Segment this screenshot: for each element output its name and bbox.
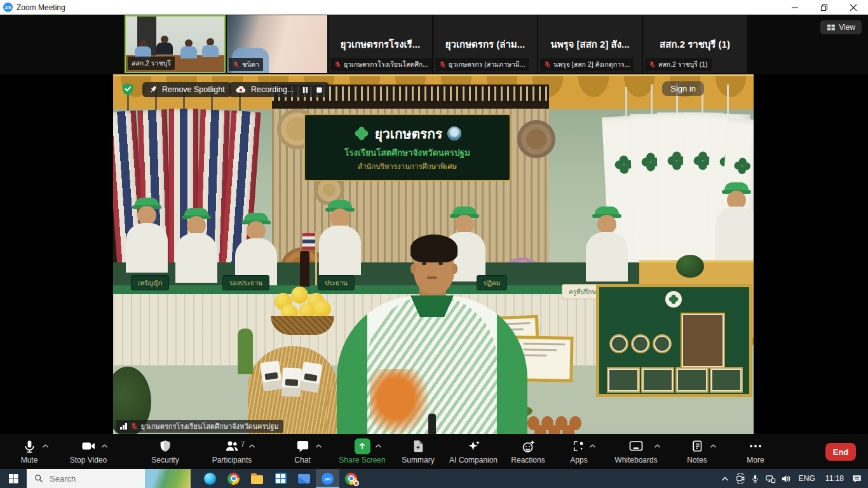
zoom-taskbar-icon[interactable]: zm (316, 469, 339, 488)
apps-options-caret[interactable] (589, 444, 596, 449)
mute-options-caret[interactable] (42, 444, 49, 449)
participant-name-badge: ยุวเกษตรกร (ล่ามภาษามี... (435, 58, 529, 71)
signal-bars-icon (120, 423, 127, 430)
window-titlebar: zm Zoom Meeting (0, 0, 868, 15)
zoom-app-icon: zm (3, 3, 13, 12)
more-button[interactable]: More (717, 438, 794, 464)
camera-in-use-icon[interactable] (733, 469, 748, 488)
microphone (428, 414, 436, 434)
muted-mic-icon (233, 61, 240, 68)
end-meeting-button[interactable]: End (825, 443, 856, 461)
muted-mic-icon (130, 423, 138, 430)
sign-in-button[interactable]: Sign in (662, 81, 704, 96)
pin-icon (149, 85, 158, 94)
remove-spotlight-button[interactable]: Remove Spotlight (142, 82, 231, 97)
muted-mic-icon (544, 61, 551, 68)
participant-name-badge: สสก.2 ราชบุรี (1) (645, 58, 712, 71)
name-plate: ประธาน (318, 275, 355, 290)
shield-icon (158, 439, 172, 453)
search-icon (34, 474, 43, 483)
store-icon[interactable] (269, 469, 292, 488)
participant-name-badge: สสก.2 ราชบุรี (128, 57, 175, 70)
school-banner: ยุวเกษตรกร โรงเรียนโสตศึกษาจังหวัดนครปฐม… (304, 114, 511, 181)
minimize-button[interactable] (780, 0, 810, 15)
participant-tile-5[interactable]: นพรุจ [สสก 2] สัง... นพรุจ [สสก 2] สังเก… (538, 15, 642, 73)
close-button[interactable] (839, 0, 868, 15)
view-button[interactable]: View (820, 20, 862, 34)
windows-logo-icon (9, 474, 18, 484)
ministry-logo (447, 126, 461, 140)
bottle (300, 251, 309, 287)
system-tray: ENG 11:18 (717, 469, 868, 488)
ai-sparkle-icon (466, 439, 481, 454)
edge-icon[interactable] (198, 469, 222, 488)
notes-icon (690, 439, 704, 453)
participant-name-badge: นพรุจ [สสก 2] สังเกตุการ... (540, 58, 634, 71)
participants-icon (224, 438, 240, 454)
4h-clover-icon (353, 125, 370, 142)
mic-tray-icon[interactable] (748, 469, 763, 488)
participants-options-caret[interactable] (248, 444, 255, 449)
name-plate: ปฏิคม (477, 275, 507, 290)
video-camera-icon (81, 438, 96, 454)
stop-video-button[interactable]: Stop Video (50, 438, 126, 464)
search-input[interactable] (48, 473, 133, 484)
notes-options-caret[interactable] (710, 444, 717, 449)
grid-view-icon (827, 23, 836, 32)
name-plate: เหรัญญิก (131, 275, 169, 290)
network-icon[interactable] (763, 469, 778, 488)
participant-tile-4[interactable]: ยุวเกษตรกร (ล่าม... ยุวเกษตรกร (ล่ามภาษา… (433, 15, 537, 73)
file-explorer-icon[interactable] (245, 469, 269, 488)
stop-recording-icon[interactable] (316, 86, 323, 93)
participant-tile-2[interactable]: ชนิตา (227, 15, 327, 73)
chrome-profile-icon[interactable] (339, 469, 363, 488)
summary-document-icon (411, 439, 425, 453)
volume-icon[interactable] (778, 469, 794, 488)
clock[interactable]: 11:18 (820, 474, 849, 483)
recording-cloud-icon (235, 84, 247, 95)
exhibit-board (596, 284, 752, 397)
participant-name-badge: ยุวเกษตรกรโรงเรียนโสตศึก... (330, 58, 432, 71)
participant-tile-3[interactable]: ยุวเกษตรกรโรงเรี... ยุวเกษตรกรโรงเรียนโส… (329, 15, 432, 73)
participants-button[interactable]: 7 Participants (194, 438, 270, 464)
active-speaker-label: ยุวเกษตรกรโรงเรียนโสตศึกษาจังหวัดนครปฐม (116, 420, 283, 433)
participant-name-badge: ชนิตา (229, 58, 263, 71)
tray-expand-chevron-icon[interactable] (717, 469, 733, 488)
mail-icon[interactable] (292, 469, 316, 488)
recording-indicator[interactable]: Recording... (229, 82, 329, 97)
meeting-toolbar: Mute Stop Video Security 7 Participants … (0, 434, 868, 469)
chat-bubble-icon (295, 439, 310, 454)
muted-mic-icon (649, 61, 656, 68)
microphone-icon (22, 439, 37, 454)
reactions-smiley-icon (521, 439, 536, 454)
participant-tile-1[interactable]: สสก.2 ราชบุรี (125, 15, 226, 73)
language-indicator[interactable]: ENG (794, 474, 820, 483)
whiteboard-icon (628, 438, 644, 454)
more-dots-icon (748, 438, 763, 454)
desk-flag (315, 231, 317, 285)
security-button[interactable]: Security (127, 438, 203, 464)
muted-mic-icon (334, 61, 341, 68)
chrome-icon[interactable] (222, 469, 245, 488)
windows-taskbar: zm ENG 11:18 (0, 469, 868, 488)
main-video-feed: ยุวเกษตรกร โรงเรียนโสตศึกษาจังหวัดนครปฐม… (113, 74, 754, 434)
pause-recording-icon[interactable] (302, 86, 309, 93)
hat-decoration (517, 120, 555, 158)
security-shield-badge (121, 82, 135, 98)
muted-mic-icon (439, 61, 446, 68)
window-title: Zoom Meeting (17, 3, 65, 12)
participants-count: 7 (241, 440, 245, 448)
start-button[interactable] (0, 469, 27, 488)
share-screen-icon (355, 438, 370, 454)
participant-thumbnail-strip: สสก.2 ราชบุรี ชนิตา ยุวเกษตรกรโรงเรี... … (0, 15, 868, 74)
participant-tile-6[interactable]: สสก.2 ราชบุรี (1) สสก.2 ราชบุรี (1) (643, 15, 747, 73)
restore-button[interactable] (810, 0, 839, 15)
action-center-icon[interactable] (849, 469, 864, 488)
video-options-caret[interactable] (101, 444, 108, 449)
apps-icon (572, 439, 586, 453)
taskbar-search[interactable] (27, 469, 191, 488)
zoom-meeting-canvas: สสก.2 ราชบุรี ชนิตา ยุวเกษตรกรโรงเรี... … (0, 15, 868, 434)
chat-options-caret[interactable] (315, 444, 322, 449)
search-daily-image[interactable] (145, 469, 191, 488)
name-plate: รองประธาน (222, 275, 269, 290)
